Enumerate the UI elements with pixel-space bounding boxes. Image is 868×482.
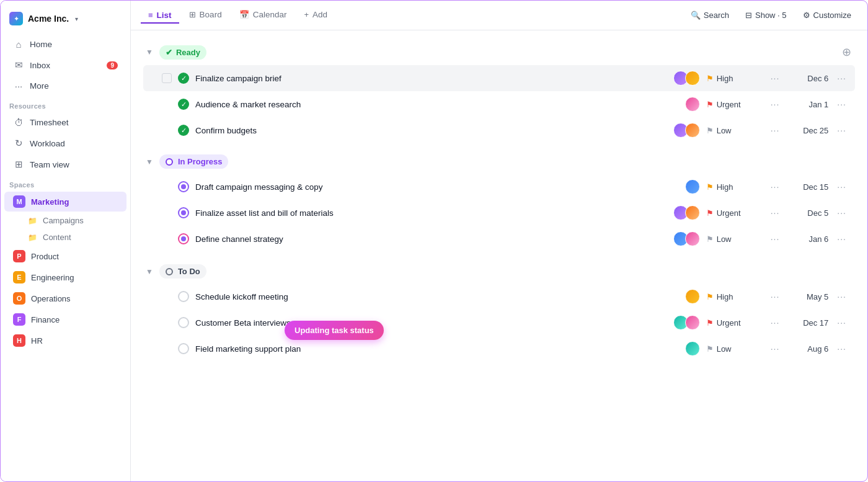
task-options-button[interactable]: ··· bbox=[835, 124, 849, 136]
sidebar-sub-content[interactable]: 📁 Content bbox=[4, 230, 126, 245]
priority-label: Urgent bbox=[717, 208, 741, 218]
task-avatars bbox=[685, 341, 700, 356]
task-options-button[interactable]: ··· bbox=[835, 342, 849, 355]
task-more-button[interactable]: ··· bbox=[768, 72, 782, 84]
task-options-button[interactable]: ··· bbox=[835, 98, 849, 110]
avatar bbox=[685, 289, 700, 304]
task-more-button[interactable]: ··· bbox=[768, 290, 782, 303]
sidebar-item-more[interactable]: ··· More bbox=[4, 76, 126, 96]
task-status-empty-icon[interactable] bbox=[178, 317, 189, 328]
show-icon: ⊟ bbox=[745, 11, 752, 20]
sidebar-space-label: Finance bbox=[31, 315, 60, 324]
calendar-icon: 📅 bbox=[239, 10, 249, 19]
tab-board[interactable]: ⊞ Board bbox=[182, 6, 229, 24]
task-name: Draft campaign messaging & copy bbox=[195, 182, 679, 192]
sidebar-sub-campaigns[interactable]: 📁 Campaigns bbox=[4, 213, 126, 228]
inprogress-circle-icon bbox=[166, 158, 173, 166]
sidebar-item-home[interactable]: ⌂ Home bbox=[4, 35, 126, 54]
search-icon: 🔍 bbox=[691, 11, 701, 20]
priority-flag-icon: ⚑ bbox=[706, 344, 714, 354]
workload-icon: ↻ bbox=[13, 138, 24, 149]
task-options-button[interactable]: ··· bbox=[835, 233, 849, 245]
task-name: Finalize campaign brief bbox=[195, 74, 667, 83]
task-options-button[interactable]: ··· bbox=[835, 290, 849, 303]
avatar bbox=[685, 231, 700, 246]
tab-add[interactable]: + Add bbox=[296, 6, 335, 24]
chevron-icon[interactable]: ▼ bbox=[144, 266, 154, 277]
tab-list[interactable]: ≡ List bbox=[141, 7, 179, 24]
chevron-icon[interactable]: ▼ bbox=[144, 156, 154, 167]
customize-label: Customize bbox=[813, 11, 851, 20]
priority-cell: ⚑ Low bbox=[706, 126, 762, 135]
sidebar-item-inbox[interactable]: ✉ Inbox 9 bbox=[4, 55, 126, 75]
sub-item-label: Campaigns bbox=[43, 216, 84, 225]
task-more-button[interactable]: ··· bbox=[768, 181, 782, 193]
priority-label: Low bbox=[717, 234, 732, 244]
task-row: ✓ Confirm budgets ⚑ Low ··· Dec 25 ··· bbox=[143, 117, 855, 143]
sidebar-space-label: HR bbox=[31, 336, 43, 346]
priority-label: High bbox=[717, 74, 733, 83]
task-options-button[interactable]: ··· bbox=[835, 72, 849, 84]
priority-flag-icon: ⚑ bbox=[706, 74, 714, 83]
task-status-done-icon[interactable]: ✓ bbox=[178, 99, 189, 110]
task-status-inprogress-icon[interactable] bbox=[178, 181, 189, 192]
space-dot-h: H bbox=[13, 334, 25, 347]
todo-label: To Do bbox=[178, 267, 200, 276]
section-header-todo: ▼ To Do bbox=[143, 261, 855, 282]
sub-item-label: Content bbox=[43, 233, 71, 242]
task-status-done-icon[interactable]: ✓ bbox=[178, 125, 189, 136]
task-status-empty-icon[interactable] bbox=[178, 343, 189, 354]
priority-cell: ⚑ Low bbox=[706, 344, 762, 354]
task-avatars bbox=[685, 179, 700, 194]
task-avatars bbox=[673, 205, 700, 220]
task-avatars bbox=[673, 123, 700, 138]
sidebar-space-operations[interactable]: O Operations bbox=[4, 288, 126, 308]
ready-label: Ready bbox=[176, 48, 200, 57]
task-date: Dec 17 bbox=[788, 318, 828, 328]
chevron-icon[interactable]: ▼ bbox=[144, 47, 154, 58]
task-name: Customer Beta interviews bbox=[195, 318, 667, 328]
section-add-button[interactable]: ⊕ bbox=[838, 44, 855, 60]
task-status-inprogress-icon[interactable] bbox=[178, 207, 189, 218]
sidebar-space-marketing[interactable]: M Marketing bbox=[4, 192, 126, 212]
task-more-button[interactable]: ··· bbox=[768, 342, 782, 355]
sidebar-item-timesheet[interactable]: ⏱ Timesheet bbox=[4, 113, 126, 132]
folder-icon: 📁 bbox=[28, 216, 37, 225]
sidebar-space-label: Operations bbox=[31, 294, 71, 303]
customize-button[interactable]: ⚙ Customize bbox=[797, 7, 857, 23]
task-checkbox[interactable] bbox=[162, 73, 172, 83]
task-more-button[interactable]: ··· bbox=[768, 233, 782, 245]
app-logo[interactable]: Acme Inc. ▾ bbox=[1, 7, 130, 34]
avatar bbox=[685, 179, 700, 194]
task-options-button[interactable]: ··· bbox=[835, 207, 849, 219]
task-avatars bbox=[673, 71, 700, 86]
sidebar-space-product[interactable]: P Product bbox=[4, 246, 126, 266]
task-options-button[interactable]: ··· bbox=[835, 181, 849, 193]
priority-label: Urgent bbox=[717, 318, 741, 328]
task-more-button[interactable]: ··· bbox=[768, 316, 782, 329]
task-name: Audience & market research bbox=[195, 100, 679, 109]
priority-flag-icon: ⚑ bbox=[706, 100, 714, 109]
sidebar-space-finance[interactable]: F Finance bbox=[4, 310, 126, 329]
sidebar-item-label: Home bbox=[30, 40, 52, 49]
task-status-done-icon[interactable]: ✓ bbox=[178, 73, 189, 84]
task-status-inprogress-icon[interactable] bbox=[178, 233, 189, 244]
search-button[interactable]: 🔍 Search bbox=[684, 7, 735, 23]
show-button[interactable]: ⊟ Show · 5 bbox=[739, 7, 793, 23]
task-more-button[interactable]: ··· bbox=[768, 124, 782, 136]
task-more-button[interactable]: ··· bbox=[768, 98, 782, 110]
avatar bbox=[685, 123, 700, 138]
sidebar-item-workload[interactable]: ↻ Workload bbox=[4, 133, 126, 153]
task-row: Customer Beta interviews ⚑ Urgent ··· De… bbox=[143, 310, 855, 336]
tab-calendar[interactable]: 📅 Calendar bbox=[232, 6, 294, 24]
sidebar-space-engineering[interactable]: E Engineering bbox=[4, 267, 126, 287]
task-options-button[interactable]: ··· bbox=[835, 316, 849, 329]
sidebar-item-teamview[interactable]: ⊞ Team view bbox=[4, 154, 126, 174]
task-more-button[interactable]: ··· bbox=[768, 207, 782, 219]
folder-icon: 📁 bbox=[28, 233, 37, 242]
task-status-empty-icon[interactable] bbox=[178, 291, 189, 302]
space-dot-f: F bbox=[13, 313, 25, 326]
sidebar-item-label: Timesheet bbox=[30, 118, 69, 127]
sidebar-space-hr[interactable]: H HR bbox=[4, 331, 126, 350]
logo-icon bbox=[9, 12, 23, 25]
